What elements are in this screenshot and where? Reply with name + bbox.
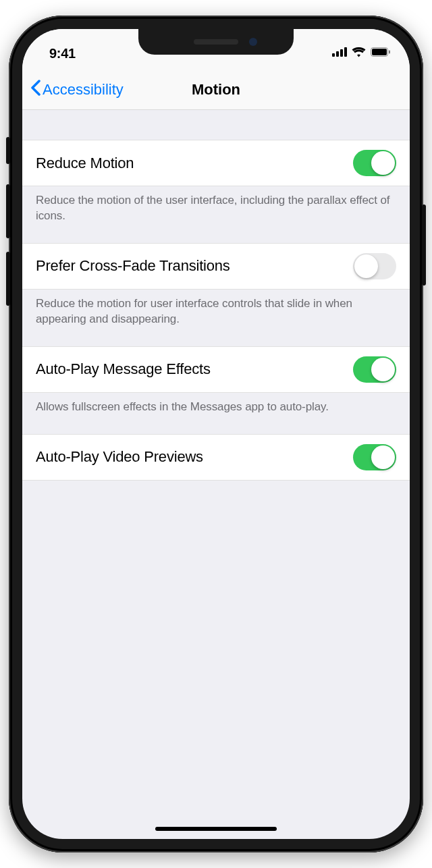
cross-fade-label: Prefer Cross-Fade Transitions (36, 257, 230, 275)
screen: 9:41 Accessibility Motion (22, 29, 410, 839)
home-indicator[interactable] (155, 827, 277, 831)
chevron-left-icon (30, 80, 40, 100)
back-button[interactable]: Accessibility (30, 80, 124, 100)
reduce-motion-toggle[interactable] (353, 150, 396, 176)
svg-rect-5 (372, 49, 387, 55)
reduce-motion-row: Reduce Motion (22, 140, 410, 186)
svg-rect-3 (344, 47, 347, 57)
back-label: Accessibility (43, 81, 124, 99)
cross-fade-footer: Reduce the motion for user interface con… (22, 290, 410, 327)
cross-fade-toggle[interactable] (353, 253, 396, 279)
power-button (422, 205, 426, 286)
cellular-icon (332, 47, 347, 59)
message-effects-label: Auto-Play Message Effects (36, 360, 211, 378)
wifi-icon (352, 47, 366, 60)
reduce-motion-label: Reduce Motion (36, 155, 134, 172)
battery-icon (371, 47, 391, 59)
svg-rect-0 (332, 53, 335, 57)
svg-rect-6 (389, 51, 390, 54)
speaker-grille (194, 39, 238, 45)
video-previews-row: Auto-Play Video Previews (22, 434, 410, 481)
navigation-bar: Accessibility Motion (22, 70, 410, 110)
phone-frame: 9:41 Accessibility Motion (9, 16, 423, 852)
svg-rect-2 (340, 49, 343, 57)
volume-down-button (6, 252, 10, 306)
notch (138, 29, 294, 55)
video-previews-toggle[interactable] (353, 444, 396, 470)
message-effects-toggle[interactable] (353, 356, 396, 383)
page-title: Motion (192, 81, 240, 99)
message-effects-row: Auto-Play Message Effects (22, 346, 410, 393)
silent-switch (6, 137, 10, 164)
front-camera (249, 38, 257, 46)
svg-rect-1 (336, 51, 339, 57)
cross-fade-row: Prefer Cross-Fade Transitions (22, 243, 410, 290)
status-icons (332, 47, 391, 60)
video-previews-label: Auto-Play Video Previews (36, 448, 203, 466)
message-effects-footer: Allows fullscreen effects in the Message… (22, 393, 410, 415)
status-time: 9:41 (49, 46, 76, 61)
reduce-motion-footer: Reduce the motion of the user interface,… (22, 186, 410, 224)
settings-content: Reduce Motion Reduce the motion of the u… (22, 110, 410, 481)
volume-up-button (6, 184, 10, 238)
